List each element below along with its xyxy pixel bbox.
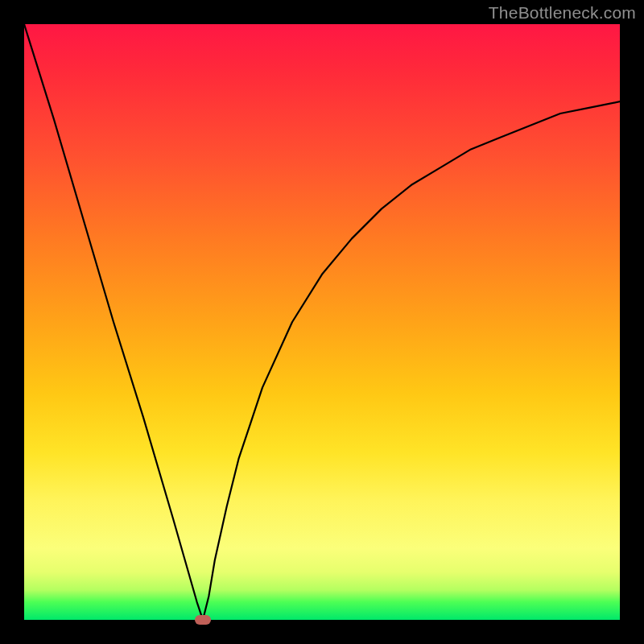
- bottleneck-curve: [24, 24, 620, 620]
- minimum-marker: [195, 615, 211, 625]
- watermark-text: TheBottleneck.com: [489, 3, 636, 23]
- chart-frame: TheBottleneck.com: [0, 0, 644, 644]
- plot-area: [24, 24, 620, 620]
